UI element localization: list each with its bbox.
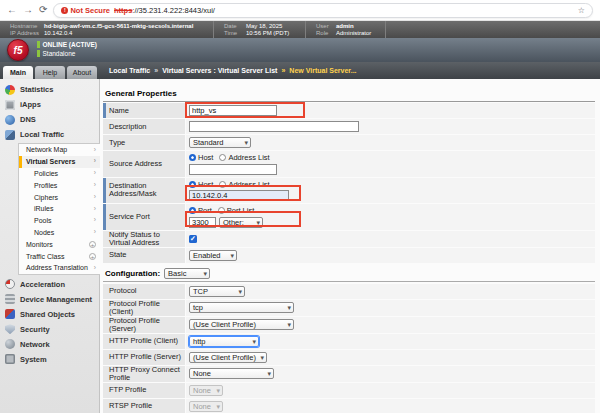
chevron-right-icon: › [94, 206, 96, 213]
submenu-item-nodes[interactable]: Nodes› [19, 227, 100, 239]
submenu-item-label: Virtual Servers [26, 158, 75, 165]
destination-host-radio[interactable] [189, 181, 196, 188]
bookmark-star-icon[interactable]: ☆ [578, 6, 585, 15]
configuration-select[interactable]: Basic [164, 268, 210, 279]
sidebar-item-network[interactable]: Network [0, 337, 99, 352]
reload-icon[interactable]: ⟳ [39, 5, 47, 15]
dns-icon [5, 115, 15, 125]
service-port-select[interactable]: Other: [219, 217, 263, 228]
sidebar-item-label: Acceleration [20, 280, 65, 289]
f5-logo-text: f5 [14, 45, 23, 56]
f5-banner-strip: f5 ONLINE (ACTIVE) Standalone [0, 38, 600, 62]
iapps-icon [5, 100, 15, 110]
sidebar-item-acceleration[interactable]: Acceleration [0, 277, 99, 292]
back-icon[interactable]: ← [7, 5, 17, 15]
sidebar-item-iapps[interactable]: iApps [0, 97, 99, 112]
submenu-item-policies[interactable]: Policies› [19, 168, 100, 180]
sidebar-item-local-traffic[interactable]: Local Traffic [0, 127, 99, 142]
not-secure-badge[interactable]: ! Not Secure [61, 6, 110, 15]
status-indicator-green-2 [37, 50, 40, 57]
date-label: Date [224, 23, 242, 30]
state-select[interactable]: Enabled [189, 250, 237, 261]
local-traffic-submenu: Network Map›Virtual Servers›Policies›Pro… [18, 143, 100, 275]
row-destination: Destination Address/Mask Host Address Li… [103, 178, 595, 204]
service-port-input[interactable] [189, 217, 216, 228]
description-input[interactable] [189, 121, 359, 132]
device-info-banner: Hostnamehd-bigip-awf-vm.c.f5-gcs-5611-mk… [0, 21, 600, 38]
submenu-item-monitors[interactable]: Monitors+ [19, 238, 100, 250]
row-http-profile-client: HTTP Profile (Client) http [103, 334, 595, 349]
submenu-item-irules[interactable]: iRules› [19, 203, 100, 215]
type-select[interactable]: Standard [189, 137, 251, 148]
http-profile-server-select[interactable]: (Use Client Profile) [189, 352, 267, 363]
datetime-block: DateMay 18, 2025 Time10:56 PM (PDT) [214, 21, 306, 38]
shared-objects-icon [5, 309, 15, 319]
hostname-value: hd-bigip-awf-vm.c.f5-gcs-5611-mktg-secso… [44, 23, 193, 30]
sidebar-item-system[interactable]: System [0, 352, 99, 367]
protocol-profile-client-select[interactable]: tcp [189, 302, 294, 313]
chevron-right-icon: › [94, 147, 96, 154]
status-standalone-text: Standalone [43, 50, 76, 57]
device-status: ONLINE (ACTIVE) Standalone [37, 41, 97, 57]
submenu-item-virtual-servers[interactable]: Virtual Servers› [19, 156, 100, 168]
submenu-item-label: iRules [34, 205, 53, 212]
row-name: Name [103, 103, 595, 118]
protocol-profile-server-select[interactable]: (Use Client Profile) [189, 319, 294, 330]
sidebar-item-dns[interactable]: DNS [0, 112, 99, 127]
type-label: Type [103, 135, 185, 150]
tab-about[interactable]: About [67, 66, 97, 79]
port-list-radio[interactable] [218, 207, 225, 214]
forward-icon[interactable]: → [23, 5, 33, 15]
breadcrumb-local-traffic[interactable]: Local Traffic [109, 67, 150, 74]
expand-plus-icon[interactable]: + [89, 253, 96, 260]
http-profile-client-select[interactable]: http [189, 336, 259, 347]
name-input[interactable] [189, 105, 277, 116]
source-host-radio[interactable] [189, 154, 196, 161]
http-proxy-connect-label: HTTP Proxy Connect Profile [103, 366, 185, 382]
breadcrumb-virtual-server-list[interactable]: Virtual Servers : Virtual Server List [162, 67, 277, 74]
destination-label: Destination Address/Mask [103, 178, 185, 204]
address-bar[interactable]: ! Not Secure https://35.231.4.222:8443/x… [53, 3, 593, 18]
chevron-right-icon: › [94, 229, 96, 236]
row-notify-status: Notify Status to Virtual Address [103, 231, 595, 247]
protocol-select[interactable]: TCP [189, 286, 245, 297]
sidebar-item-device-management[interactable]: Device Management [0, 292, 99, 307]
submenu-item-ciphers[interactable]: Ciphers› [19, 191, 100, 203]
sidebar-item-statistics[interactable]: Statistics [0, 82, 99, 97]
port-radio-label: Port [198, 206, 212, 215]
submenu-item-traffic-class[interactable]: Traffic Class+ [19, 250, 100, 262]
user-label: User [316, 23, 332, 30]
system-icon [5, 354, 15, 364]
sidebar-item-label: Network [20, 340, 50, 349]
submenu-item-label: Address Translation [26, 264, 88, 271]
submenu-item-address-translation[interactable]: Address Translation› [19, 262, 100, 274]
port-radio[interactable] [189, 207, 196, 214]
source-address-list-radio[interactable] [219, 154, 226, 161]
submenu-item-profiles[interactable]: Profiles› [19, 179, 100, 191]
status-online-text: ONLINE (ACTIVE) [43, 41, 98, 48]
chevron-right-icon: › [94, 217, 96, 224]
sidebar-item-label: iApps [20, 100, 41, 109]
row-state: State Enabled [103, 248, 595, 263]
submenu-item-label: Monitors [26, 241, 53, 248]
ip-value: 10.142.0.4 [44, 30, 72, 37]
chevron-right-icon: › [94, 158, 96, 165]
host-info-block: Hostnamehd-bigip-awf-vm.c.f5-gcs-5611-mk… [0, 21, 214, 38]
destination-address-list-radio[interactable] [219, 181, 226, 188]
notify-status-checkbox[interactable] [189, 235, 197, 243]
sidebar-item-security[interactable]: Security [0, 322, 99, 337]
submenu-item-pools[interactable]: Pools› [19, 215, 100, 227]
expand-plus-icon[interactable]: + [89, 241, 96, 248]
row-protocol: Protocol TCP [103, 284, 595, 299]
tab-main[interactable]: Main [3, 66, 33, 79]
tab-help[interactable]: Help [35, 66, 65, 79]
source-address-input[interactable] [189, 164, 277, 175]
http-proxy-connect-select[interactable]: None [189, 368, 274, 379]
description-label: Description [103, 119, 185, 134]
submenu-item-network-map[interactable]: Network Map› [19, 144, 100, 156]
sidebar-tabs: Main Help About [0, 62, 100, 79]
f5-logo[interactable]: f5 [7, 39, 29, 61]
sidebar-item-shared-objects[interactable]: Shared Objects [0, 307, 99, 322]
destination-address-input[interactable] [189, 190, 289, 201]
row-source-address: Source Address Host Address List [103, 151, 595, 177]
